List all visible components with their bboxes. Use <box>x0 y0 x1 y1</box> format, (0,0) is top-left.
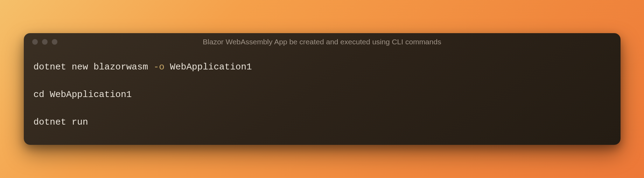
traffic-lights <box>32 39 57 45</box>
minimize-button[interactable] <box>42 39 48 45</box>
code-text: dotnet new blazorwasm <box>34 62 154 72</box>
code-text: WebApplication1 <box>164 62 252 72</box>
close-button[interactable] <box>32 39 38 45</box>
terminal-window: Blazor WebAssembly App be created and ex… <box>24 33 621 145</box>
window-title: Blazor WebAssembly App be created and ex… <box>203 38 441 46</box>
terminal-body[interactable]: dotnet new blazorwasm -o WebApplication1… <box>24 51 621 145</box>
code-line-1: dotnet new blazorwasm -o WebApplication1 <box>34 62 611 73</box>
code-line-2: cd WebApplication1 <box>34 89 611 100</box>
code-flag: -o <box>154 62 164 72</box>
maximize-button[interactable] <box>52 39 57 45</box>
titlebar: Blazor WebAssembly App be created and ex… <box>24 33 621 51</box>
code-line-3: dotnet run <box>34 117 611 128</box>
